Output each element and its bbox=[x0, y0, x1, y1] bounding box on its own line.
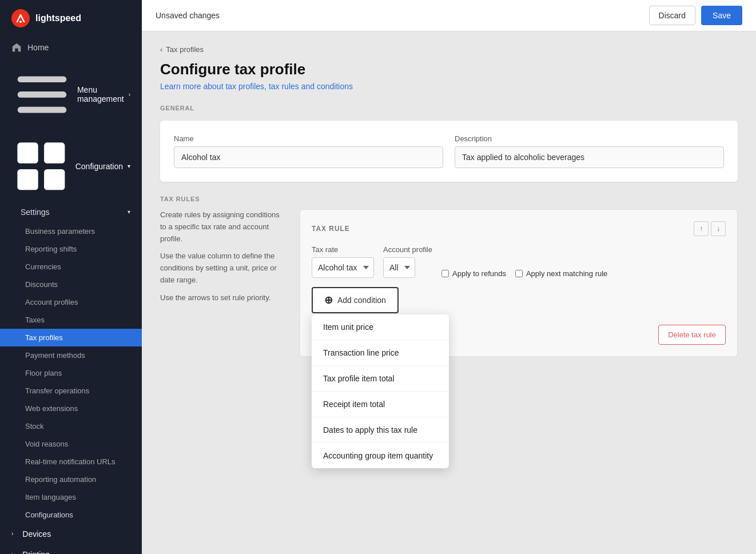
chevron-right-icon: › bbox=[129, 91, 130, 98]
apply-next-checkbox[interactable] bbox=[515, 270, 523, 277]
add-condition-dropdown: Item unit price Transaction line price T… bbox=[312, 314, 449, 468]
general-section: GENERAL Name Description bbox=[160, 105, 738, 182]
account-profile-select[interactable]: All bbox=[383, 257, 415, 278]
svg-rect-3 bbox=[18, 91, 67, 98]
sidebar-sub-business-parameters[interactable]: Business parameters bbox=[0, 222, 142, 240]
lightspeed-logo-icon bbox=[11, 9, 30, 27]
name-input[interactable] bbox=[174, 146, 443, 168]
topbar-actions: Discard Save bbox=[649, 6, 742, 25]
account-profile-label: Account profile bbox=[383, 245, 432, 254]
save-button[interactable]: Save bbox=[701, 6, 742, 25]
dropdown-item-accounting-qty[interactable]: Accounting group item quantity bbox=[312, 443, 449, 468]
sidebar-sub-stock[interactable]: Stock bbox=[0, 417, 142, 435]
sidebar-sub-floor-plans[interactable]: Floor plans bbox=[0, 364, 142, 382]
configuration-label: Configuration bbox=[75, 162, 123, 171]
tax-rule-header: TAX RULE ↑ ↓ bbox=[312, 221, 726, 236]
main: Unsaved changes Discard Save ‹ Tax profi… bbox=[142, 0, 756, 554]
sidebar-sub-transfer-operations[interactable]: Transfer operations bbox=[0, 382, 142, 400]
sidebar-sub-realtime-notif[interactable]: Real-time notification URLs bbox=[0, 453, 142, 471]
sidebar-item-settings[interactable]: Settings ▾ bbox=[0, 202, 142, 222]
delete-tax-rule-button[interactable]: Delete tax rule bbox=[658, 325, 726, 345]
svg-rect-6 bbox=[44, 142, 65, 163]
sidebar-sub-taxes[interactable]: Taxes bbox=[0, 311, 142, 329]
tax-rules-desc-1: Create rules by assigning conditions to … bbox=[160, 209, 286, 245]
tax-rate-select[interactable]: Alcohol tax bbox=[312, 257, 374, 278]
svg-rect-2 bbox=[18, 76, 67, 82]
logo-text: lightspeed bbox=[35, 13, 81, 23]
sidebar-item-configuration[interactable]: Configuration ▾ bbox=[0, 131, 142, 202]
tax-rules-section: TAX RULES Create rules by assigning cond… bbox=[160, 196, 738, 357]
sidebar-item-devices[interactable]: › Devices bbox=[0, 524, 142, 544]
breadcrumb-chevron-icon: ‹ bbox=[160, 45, 162, 54]
dropdown-item-unit-price[interactable]: Item unit price bbox=[312, 314, 449, 340]
description-label: Description bbox=[455, 134, 724, 143]
sidebar-nav: Home Menu management › Configuration ▾ S… bbox=[0, 37, 142, 554]
svg-point-1 bbox=[19, 21, 22, 23]
home-icon bbox=[11, 42, 22, 53]
page-help-link[interactable]: Learn more about tax profiles, tax rules… bbox=[160, 82, 738, 91]
sidebar: lightspeed Home Menu management › Config… bbox=[0, 0, 142, 554]
breadcrumb-label: Tax profiles bbox=[166, 45, 204, 54]
add-condition-wrapper: ⊕ Add condition Item unit price Transact… bbox=[312, 278, 399, 313]
name-field-group: Name bbox=[174, 134, 443, 168]
rule-arrows: ↑ ↓ bbox=[694, 221, 726, 236]
sidebar-sub-payment-methods[interactable]: Payment methods bbox=[0, 346, 142, 364]
svg-rect-5 bbox=[17, 142, 38, 163]
svg-rect-8 bbox=[44, 169, 65, 190]
sidebar-sub-account-profiles[interactable]: Account profiles bbox=[0, 293, 142, 311]
sidebar-item-menu-management[interactable]: Menu management › bbox=[0, 58, 142, 131]
description-input[interactable] bbox=[455, 146, 724, 168]
add-condition-label: Add condition bbox=[337, 296, 386, 305]
sidebar-sub-discounts[interactable]: Discounts bbox=[0, 276, 142, 293]
unsaved-changes-label: Unsaved changes bbox=[156, 11, 220, 20]
home-label: Home bbox=[27, 43, 49, 52]
menu-management-label: Menu management bbox=[77, 85, 124, 103]
breadcrumb[interactable]: ‹ Tax profiles bbox=[160, 45, 738, 54]
tax-rules-desc-3: Use the arrows to set rule priority. bbox=[160, 292, 286, 304]
name-label: Name bbox=[174, 134, 443, 143]
topbar: Unsaved changes Discard Save bbox=[142, 0, 756, 31]
sidebar-sub-reporting-automation[interactable]: Reporting automation bbox=[0, 471, 142, 488]
general-card: Name Description bbox=[160, 121, 738, 182]
dropdown-item-profile-total[interactable]: Tax profile item total bbox=[312, 366, 449, 392]
tax-rule-title: TAX RULE bbox=[312, 225, 350, 233]
sidebar-sub-reporting-shifts[interactable]: Reporting shifts bbox=[0, 240, 142, 258]
tax-rules-section-label: TAX RULES bbox=[160, 196, 738, 202]
apply-refunds-label: Apply to refunds bbox=[452, 269, 506, 278]
arrow-up-button[interactable]: ↑ bbox=[694, 221, 709, 236]
sidebar-item-home[interactable]: Home bbox=[0, 37, 142, 58]
svg-point-0 bbox=[11, 9, 30, 27]
add-condition-button[interactable]: ⊕ Add condition bbox=[312, 287, 399, 313]
svg-rect-7 bbox=[17, 169, 38, 190]
devices-label: Devices bbox=[22, 529, 51, 539]
dropdown-item-dates[interactable]: Dates to apply this tax rule bbox=[312, 417, 449, 443]
apply-refunds-checkbox[interactable] bbox=[441, 270, 449, 277]
sidebar-sub-currencies[interactable]: Currencies bbox=[0, 258, 142, 276]
chevron-down-icon: ▾ bbox=[128, 163, 130, 169]
sidebar-item-printing[interactable]: › Printing bbox=[0, 544, 142, 554]
grid-icon bbox=[11, 137, 71, 196]
content-area: ‹ Tax profiles Configure tax profile Lea… bbox=[142, 31, 756, 554]
tax-rules-description: Create rules by assigning conditions to … bbox=[160, 209, 286, 357]
sidebar-sub-void-reasons[interactable]: Void reasons bbox=[0, 435, 142, 453]
sidebar-sub-web-extensions[interactable]: Web extensions bbox=[0, 400, 142, 417]
apply-next-group: Apply next matching rule bbox=[515, 258, 607, 278]
apply-next-label: Apply next matching rule bbox=[526, 269, 607, 278]
dropdown-item-transaction-price[interactable]: Transaction line price bbox=[312, 340, 449, 366]
account-profile-group: Account profile All bbox=[383, 245, 432, 278]
chevron-down-icon-settings: ▾ bbox=[128, 209, 130, 215]
general-form-row: Name Description bbox=[174, 134, 724, 168]
dropdown-item-receipt-total[interactable]: Receipt item total bbox=[312, 392, 449, 417]
sidebar-sub-item-languages[interactable]: Item languages bbox=[0, 488, 142, 506]
page-title: Configure tax profile bbox=[160, 61, 738, 78]
tax-rule-container: TAX RULE ↑ ↓ Tax rate Alcohol tax bbox=[300, 209, 738, 357]
printing-label: Printing bbox=[22, 550, 49, 554]
logo[interactable]: lightspeed bbox=[0, 0, 142, 37]
arrow-down-button[interactable]: ↓ bbox=[711, 221, 726, 236]
sidebar-sub-configurations[interactable]: Configurations bbox=[0, 506, 142, 524]
discard-button[interactable]: Discard bbox=[649, 6, 695, 25]
general-section-label: GENERAL bbox=[160, 105, 738, 111]
sidebar-sub-tax-profiles[interactable]: Tax profiles bbox=[0, 329, 142, 346]
tax-rate-label: Tax rate bbox=[312, 245, 374, 254]
plus-icon: ⊕ bbox=[324, 294, 333, 306]
